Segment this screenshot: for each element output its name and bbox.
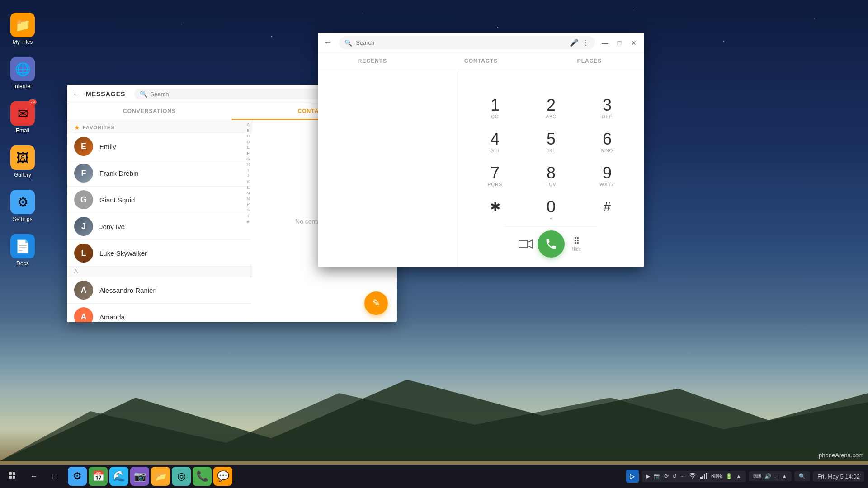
alpha-c[interactable]: C (247, 133, 250, 139)
expand-icon[interactable]: ▲ (736, 473, 741, 479)
key-3[interactable]: 3 DEF (580, 92, 635, 125)
messages-back-button[interactable]: ← (72, 89, 80, 99)
taskbar-camera-app[interactable]: 📷 (130, 467, 149, 486)
alpha-g[interactable]: G (246, 156, 250, 162)
taskbar-files-app[interactable]: 📂 (151, 467, 170, 486)
taskbar-right-status: ⌨ 🔊 □ ▲ (749, 471, 792, 481)
back-button[interactable]: ← (24, 467, 43, 486)
desktop-icon-docs[interactable]: 📄 Docs (5, 230, 41, 270)
grid-icon (9, 472, 18, 481)
star-decoration (814, 18, 814, 19)
favorites-section-title: FAVORITES (83, 125, 115, 130)
contact-name-amanda: Amanda (99, 313, 125, 321)
screenshot-icon: 📷 (654, 473, 660, 479)
key-7[interactable]: 7 PQRS (467, 160, 523, 192)
expand-arrow[interactable]: ▲ (782, 473, 787, 479)
tab-contacts-dialer[interactable]: CONTACTS (427, 53, 535, 69)
key-5[interactable]: 5 JKL (524, 126, 579, 159)
taskbar-right: ▷ ▶ 📷 ⟳ ↺ ··· (626, 470, 864, 483)
alpha-e[interactable]: E (247, 145, 250, 150)
alpha-a[interactable]: A (247, 122, 250, 128)
contact-name-alessandro: Alessandro Ranieri (99, 286, 157, 294)
video-call-button[interactable] (514, 232, 538, 256)
contact-frank[interactable]: F Frank Drebin (67, 160, 252, 187)
blue-widget[interactable]: ▷ (626, 470, 639, 483)
key-0[interactable]: 0 + (524, 193, 579, 226)
close-button[interactable]: ✕ (627, 37, 640, 49)
docs-icon: 📄 (10, 234, 35, 258)
key-4[interactable]: 4 GHI (467, 126, 523, 159)
recents-panel (318, 69, 458, 267)
taskbar-phone-app[interactable]: 📞 (193, 467, 212, 486)
tab-conversations[interactable]: CONVERSATIONS (67, 103, 232, 120)
hide-label: Hide (572, 247, 581, 252)
maximize-button[interactable]: □ (613, 37, 626, 49)
emily-initials: E (81, 142, 86, 151)
taskbar-chat-app[interactable]: 💬 (213, 467, 232, 486)
contact-name-giant: Giant Squid (99, 196, 135, 204)
alpha-j[interactable]: J (247, 173, 250, 179)
alpha-hash[interactable]: # (247, 219, 249, 225)
key-star[interactable]: ✱ (467, 193, 523, 226)
alpha-d[interactable]: D (247, 139, 250, 145)
taskbar-samsung-app[interactable]: ◎ (172, 467, 191, 486)
alpha-h[interactable]: H (247, 162, 250, 168)
contact-alessandro[interactable]: A Alessandro Ranieri (67, 277, 252, 304)
hide-keypad-button[interactable]: ⠿ Hide (565, 232, 588, 256)
key-9[interactable]: 9 WXYZ (580, 160, 635, 192)
star-decoration (271, 36, 272, 37)
alpha-n[interactable]: N (247, 196, 250, 202)
contact-giant[interactable]: G Giant Squid (67, 187, 252, 213)
key-2[interactable]: 2 ABC (524, 92, 579, 125)
recents-button[interactable]: □ (45, 467, 64, 486)
taskbar-browser-app[interactable]: 🌊 (109, 467, 128, 486)
app-drawer-button[interactable] (4, 467, 23, 486)
desktop-icon-gallery[interactable]: 🖼 Gallery (5, 142, 41, 182)
tab-places[interactable]: PLACES (535, 53, 644, 69)
rotate-icon2: ↺ (672, 473, 677, 479)
contact-luke[interactable]: L Luke Skywalker (67, 240, 252, 267)
taskbar-calendar-app[interactable]: 📅 (89, 467, 108, 486)
search-taskbar-icon[interactable]: 🔍 (799, 473, 806, 479)
datetime: Fri, May 5 14:02 (817, 473, 860, 480)
key-6[interactable]: 6 MNO (580, 126, 635, 159)
contact-emily[interactable]: E Emily (67, 133, 252, 160)
microphone-icon[interactable]: 🎤 (570, 38, 579, 47)
alpha-m[interactable]: M (246, 190, 250, 196)
hdmi-icon: □ (775, 473, 778, 479)
dialer-search-box[interactable]: 🔍 🎤 ⋮ (339, 36, 595, 49)
minimize-button[interactable]: — (599, 37, 611, 49)
alpha-p[interactable]: P (247, 202, 250, 207)
desktop-icon-internet[interactable]: 🌐 Internet (5, 53, 41, 93)
taskbar-settings-app[interactable]: ⚙ (68, 467, 87, 486)
svg-rect-4 (9, 472, 12, 475)
email-label: Email (16, 127, 29, 134)
alpha-t[interactable]: T (247, 213, 250, 219)
desktop-icon-my-files[interactable]: 📁 My Files (5, 9, 41, 49)
taskbar-left: ← □ (4, 467, 64, 486)
call-button[interactable] (538, 230, 565, 258)
contact-amanda[interactable]: A Amanda (67, 304, 252, 322)
key-8[interactable]: 8 TUV (524, 160, 579, 192)
compose-fab-button[interactable]: ✎ (364, 291, 388, 315)
keypad-grid: 1 QO 2 ABC 3 DEF 4 GHI 5 JKL (467, 92, 635, 226)
alpha-k[interactable]: K (247, 179, 250, 185)
more-options-icon[interactable]: ⋮ (582, 38, 590, 47)
alpha-i[interactable]: I (248, 168, 249, 174)
key-1[interactable]: 1 QO (467, 92, 523, 125)
contact-jony[interactable]: J Jony Ive (67, 213, 252, 240)
dialer-back-button[interactable]: ← (322, 36, 334, 49)
dialer-search-input[interactable] (356, 39, 566, 46)
gallery-label: Gallery (14, 172, 31, 178)
tab-recents[interactable]: RECENTS (318, 53, 427, 69)
alpha-l[interactable]: L (247, 185, 249, 191)
alpha-f[interactable]: F (247, 150, 250, 156)
alpha-s[interactable]: S (247, 207, 250, 213)
key-hash[interactable]: # (580, 193, 635, 226)
alpha-b[interactable]: B (247, 128, 250, 134)
desktop-icon-settings[interactable]: ⚙ Settings (5, 186, 41, 226)
settings-label: Settings (13, 216, 32, 222)
jony-initials: J (81, 222, 86, 231)
keypad-area: 1 QO 2 ABC 3 DEF 4 GHI 5 JKL (458, 69, 644, 267)
desktop-icon-email[interactable]: ✉ 79 Email (5, 98, 41, 137)
